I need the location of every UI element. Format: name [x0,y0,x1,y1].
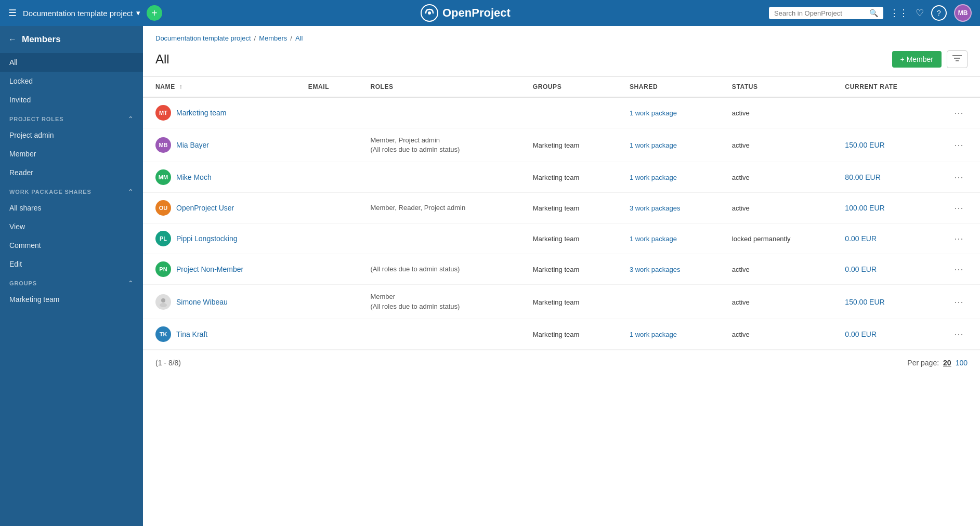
shared-link[interactable]: 1 work package [630,331,677,338]
per-page-20[interactable]: 20 [943,359,951,367]
avatar[interactable]: MB [954,4,972,22]
member-name-link[interactable]: Pippi Longstocking [176,234,238,243]
col-status[interactable]: STATUS [720,77,833,97]
col-groups[interactable]: GROUPS [520,77,617,97]
rate-link[interactable]: 0.00 EUR [845,265,877,273]
breadcrumb-current: All [295,34,303,42]
sidebar-item-marketing-team[interactable]: Marketing team [0,290,143,309]
member-roles [358,319,520,349]
avatar: MT [155,105,171,121]
rate-link[interactable]: 0.00 EUR [845,234,877,243]
more-button[interactable]: ⋯ [950,200,968,216]
member-status: active [720,162,833,193]
shared-link[interactable]: 1 work package [630,174,677,181]
member-shared: 3 work packages [617,193,720,223]
avatar: PN [155,261,171,277]
page-header-actions: + Member [892,50,968,68]
project-name: Documentation template project [23,9,133,18]
per-page-100[interactable]: 100 [956,359,968,367]
more-button[interactable]: ⋯ [950,261,968,277]
member-email [296,223,358,254]
add-member-button[interactable]: + Member [892,51,942,68]
shared-link[interactable]: 1 work package [630,235,677,243]
sidebar-item-all-label: All [9,58,18,67]
bell-icon[interactable]: ♡ [916,7,924,19]
member-name-link[interactable]: Mike Moch [176,173,212,181]
member-name-link[interactable]: Project Non-Member [176,265,243,273]
col-name[interactable]: NAME ↑ [143,77,296,97]
more-button[interactable]: ⋯ [950,105,968,121]
shared-link[interactable]: 1 work package [630,141,677,149]
rate-link[interactable]: 150.00 EUR [845,141,884,149]
col-email[interactable]: EMAIL [296,77,358,97]
shared-link[interactable]: 3 work packages [630,266,681,273]
member-name-link[interactable]: Marketing team [176,109,226,117]
work-package-shares-chevron[interactable]: ⌃ [128,188,134,195]
col-roles[interactable]: ROLES [358,77,520,97]
sidebar-item-edit[interactable]: Edit [0,255,143,273]
col-rate[interactable]: CURRENT RATE [832,77,937,97]
member-name-link[interactable]: Simone Wibeau [176,298,228,306]
member-groups [520,97,617,128]
add-project-button[interactable]: + [147,5,162,21]
breadcrumb-project[interactable]: Documentation template project [155,34,251,42]
shared-link[interactable]: 1 work package [630,109,677,117]
member-name-cell: OUOpenProject User [143,193,296,223]
rate-link[interactable]: 150.00 EUR [845,298,884,306]
more-button[interactable]: ⋯ [950,231,968,246]
project-selector[interactable]: Documentation template project ▾ [23,8,140,18]
member-status: active [720,285,833,319]
rate-link[interactable]: 0.00 EUR [845,330,877,338]
main-content: Documentation template project / Members… [143,26,980,526]
member-rate: 0.00 EUR [832,223,937,254]
rate-link[interactable]: 80.00 EUR [845,173,880,181]
sidebar-item-project-admin[interactable]: Project admin [0,126,143,144]
member-actions: ⋯ [937,193,980,223]
project-roles-chevron[interactable]: ⌃ [128,115,134,123]
sidebar-item-all-shares[interactable]: All shares [0,199,143,217]
search-input[interactable] [774,9,866,17]
sidebar-item-locked-label: Locked [9,77,33,85]
member-name-link[interactable]: OpenProject User [176,204,234,212]
help-icon[interactable]: ? [931,5,947,21]
groups-chevron[interactable]: ⌃ [128,280,134,287]
search-box[interactable]: 🔍 [769,7,883,19]
more-button[interactable]: ⋯ [950,137,968,153]
member-roles [358,97,520,128]
rate-link[interactable]: 100.00 EUR [845,204,884,212]
svg-point-6 [160,303,167,307]
filter-button[interactable] [947,50,968,68]
breadcrumb-members[interactable]: Members [259,34,287,42]
avatar: MB [155,137,171,153]
member-shared [617,285,720,319]
project-roles-label: PROJECT ROLES [9,116,63,122]
sidebar-item-view[interactable]: View [0,217,143,236]
sidebar-item-reader[interactable]: Reader [0,163,143,182]
more-button[interactable]: ⋯ [950,294,968,310]
member-status: locked permanently [720,223,833,254]
member-rate: 100.00 EUR [832,193,937,223]
member-name-link[interactable]: Tina Kraft [176,330,207,338]
table-row: MBMia BayerMember, Project admin(All rol… [143,128,980,162]
member-roles [358,223,520,254]
sidebar-item-all[interactable]: All [0,53,143,72]
col-shared[interactable]: SHARED [617,77,720,97]
sidebar-item-comment[interactable]: Comment [0,236,143,255]
sidebar-item-invited[interactable]: Invited [0,90,143,109]
main-layout: ← Members All Locked Invited PROJECT ROL… [0,26,980,526]
hamburger-icon[interactable]: ☰ [8,7,17,19]
shared-link[interactable]: 3 work packages [630,204,681,212]
member-name-link[interactable]: Mia Bayer [176,141,209,149]
more-button[interactable]: ⋯ [950,169,968,185]
sidebar-item-member[interactable]: Member [0,144,143,163]
member-roles: Member, Reader, Project admin [358,193,520,223]
member-email [296,285,358,319]
back-button[interactable]: ← [8,35,17,44]
more-button[interactable]: ⋯ [950,326,968,342]
sidebar-item-locked[interactable]: Locked [0,72,143,90]
member-name-cell: PNProject Non-Member [143,254,296,285]
member-groups: Marketing team [520,254,617,285]
sidebar-section-project-roles: PROJECT ROLES ⌃ [0,109,143,126]
member-groups: Marketing team [520,319,617,349]
grid-icon[interactable]: ⋮⋮ [890,7,908,19]
